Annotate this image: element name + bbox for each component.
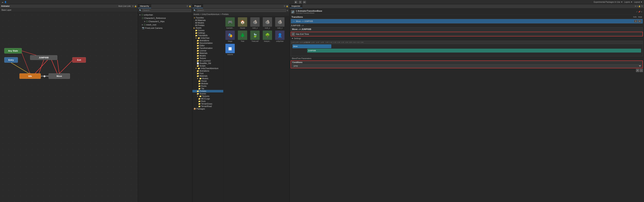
asset-icon-rock1[interactable]: 🪨 rock_s [249,17,261,29]
has-exit-time-checkbox[interactable]: ✓ [292,33,294,35]
inspector-info-icon[interactable]: ℹ [637,5,638,7]
project-tree-item[interactable]: 📁 Animations [192,70,223,72]
hierarchy-menu[interactable]: ☰ [186,5,188,7]
asset-icon-unitychan[interactable]: 👤 unitychan [274,30,286,43]
experimental-packages-label[interactable]: Experimental Packages In Use ▼ [594,1,622,3]
project-tree-item[interactable]: ▶ Assets [192,27,223,29]
hierarchy-item[interactable]: ◻ Character1_Reference [138,16,192,20]
move-track: Move [292,44,642,48]
asset-icon-rock3[interactable]: 🪨 rock_s [274,17,286,29]
project-tree-item[interactable]: 📁 Tile [192,87,223,90]
project-tree-item[interactable]: 📄 ReadMe_Old [192,62,223,65]
settings-toggle[interactable]: ▼ Settings [291,37,643,40]
project-tree-item[interactable]: 📁 Font [192,72,223,75]
project-tree-item[interactable]: 📦 Packages [192,108,223,110]
project-menu[interactable]: ☰ [284,5,285,7]
layout-dropdown[interactable]: Layout ▼ [634,1,642,3]
project-tree-item[interactable]: All Prefabs [192,24,223,27]
project-tree-item[interactable]: 📁 Settings [192,32,223,34]
hierarchy-search-input[interactable] [142,9,191,12]
hierarchy-item[interactable]: 📷 FreeLook Camera [138,26,192,30]
project-tree-item[interactable]: 📁 House [192,80,223,82]
project-tree-item[interactable]: 📁 Animations [192,39,223,42]
project-tree-item[interactable]: 📁 Documentation [192,42,223,44]
hierarchy-item[interactable]: ▶ ◻ unitychan [138,13,192,16]
project-tree-item[interactable]: 📁 Rock [192,100,223,103]
inspector-menu-icon[interactable]: ☰ [641,5,643,7]
project-tree-item-prefabs[interactable]: 📁 Prefabs [192,90,223,92]
project-tree-item[interactable]: ▼ 📁 UnityChanAdventure [192,67,223,70]
animator-menu-icon[interactable]: ☰ [132,5,134,7]
mute-toggle[interactable]: M [638,20,642,23]
asset-icon-stage[interactable]: 🎭 Stage [224,30,236,43]
asset-icon-volume[interactable]: ◼ Volume [224,43,236,56]
tab-hierarchy[interactable]: Hierarchy [138,4,151,8]
state-idle[interactable]: Idle [20,73,41,79]
hierarchy-item[interactable]: ▶ ◻ mesh_root [138,23,192,26]
asset-icon-box: 🪨 [275,17,284,27]
inspector-lock-icon[interactable]: 🔒 [638,5,640,7]
asset-icon-tree[interactable]: 🌲 Tree [237,30,248,43]
play-button[interactable]: ▶ [294,1,298,4]
project-lock[interactable]: 🔒 [286,5,288,7]
project-tree-item[interactable]: 📁 for LocomoU [192,60,223,62]
project-tree-item[interactable]: 📁 License [192,49,223,52]
project-tree-item[interactable]: All Materials [192,19,223,22]
project-tree-item[interactable]: 📁 Scenes [192,92,223,95]
asset-icon-treeleaf[interactable]: 🍃 TreeLeaf [249,30,261,43]
project-tree-item[interactable]: 📁 Scenes [192,29,223,32]
solo-toggle[interactable]: S [634,20,637,23]
project-tree-item[interactable]: 📁 Materials [192,75,223,77]
hierarchy-lock[interactable]: 🔒 [189,5,191,7]
hierarchy-tabs: Hierarchy ☰ 🔒 [138,4,192,8]
animator-base-label: 1 AnimatorTransitionBase [296,10,322,12]
project-tree-item[interactable]: 📁 Materials [192,52,223,55]
open-icon[interactable]: ↗ [636,11,638,13]
add-condition-button[interactable]: + [636,69,639,72]
transition-item-move-jump[interactable]: → Move --> JUMP00B S M [291,19,643,24]
project-search-input[interactable] [197,9,286,12]
state-entry[interactable]: Entry [4,57,18,63]
asset-icon-gamem[interactable]: 🎮 GameM... [224,17,236,29]
project-tree-item[interactable]: ▼ 📁 Textures [192,95,223,98]
project-tree-item[interactable]: ▼ 📁 UnityChan [192,37,223,39]
inspector-debug-icon[interactable]: ⚙ [635,5,636,7]
project-tree-item[interactable]: ▼ 📁 Models [192,77,223,80]
inspector-close-icon[interactable]: ✕ [641,11,642,13]
conditions-select[interactable]: jump [292,64,642,68]
inspector-pin-icon[interactable]: 📌 [638,11,640,13]
project-tree-item[interactable]: 📁 TerrainRoad [192,105,223,108]
project-settings-icon[interactable]: ⚙ [287,10,288,12]
asset-icon-rock2[interactable]: 🪨 rock_s [262,17,273,29]
project-tree-item[interactable]: 📁 MCCLogo [192,98,223,100]
remove-condition-button[interactable]: - [640,69,643,72]
project-tree-item[interactable]: 📁 FaceAnimation [192,47,223,49]
project-tree-item[interactable]: 📁 TerrainGrass [192,103,223,105]
tab-project[interactable]: Project [192,4,203,8]
conditions-row: jump [291,64,642,68]
project-tree-item[interactable]: 📁 Rocks [192,85,223,87]
state-jump00b[interactable]: JUMP00B [30,55,57,60]
project-tree-item[interactable]: 📁 Scripts [192,65,223,67]
project-tree-item[interactable]: ★ Favorites [192,17,223,19]
state-move[interactable]: Move [48,73,70,79]
pause-button[interactable]: ⏸ [299,1,302,4]
project-tree-item[interactable]: 📁 Editor [192,44,223,47]
state-any[interactable]: Any State [4,48,22,54]
project-tree-item[interactable]: 📁 Modular [192,82,223,85]
asset-icon-treeyut[interactable]: 🌳 treeyut... [262,30,273,43]
asset-icon-house[interactable]: 🏠 House [237,17,248,29]
state-exit[interactable]: Exit [72,57,86,63]
animator-canvas[interactable]: Any State Entry Exit JUMP00B Idle Move [0,12,138,202]
layers-dropdown[interactable]: Layers ▼ [624,1,633,3]
project-tree-item[interactable]: 📁 Models [192,55,223,57]
account-icon: ☁ [2,1,4,3]
project-tree-item[interactable]: All Models [192,22,223,24]
hierarchy-item[interactable]: ▶ ◻ Character1_Hips [138,20,192,23]
tab-inspector[interactable]: Inspector [290,4,302,8]
step-button[interactable]: ⏭ [303,1,306,4]
animator-lock-icon[interactable]: 🔒 [134,5,136,7]
asset-icons-grid: 🎮 GameM... 🏠 House 🪨 rock_s 🪨 rock_s [224,16,289,57]
project-tree-item[interactable]: 📁 Texture [192,57,223,60]
project-tree-item[interactable]: 📁 TutorialInfo [192,34,223,37]
